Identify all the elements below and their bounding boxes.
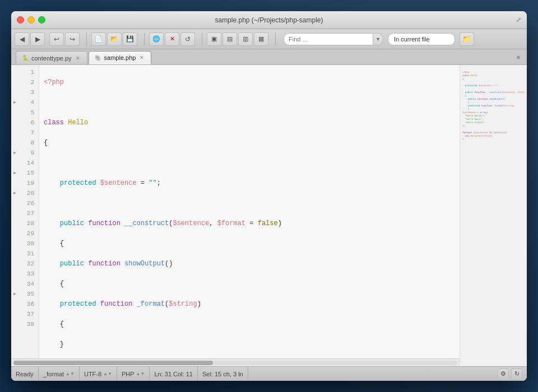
- search-dropdown-button[interactable]: ▾: [373, 33, 383, 45]
- search-input[interactable]: [284, 33, 373, 45]
- code-line-2: [44, 97, 455, 108]
- globe-button[interactable]: 🌐: [149, 32, 164, 46]
- ln-1: 1: [11, 67, 39, 77]
- ln-5: 5: [11, 108, 39, 118]
- code-content[interactable]: <?php class Hello { protected $sentence …: [39, 65, 460, 358]
- selection-label: Sel: 15 ch, 3 ln: [202, 371, 243, 377]
- separator-2: [144, 33, 145, 45]
- main-area: 1 2 3 ▶4 5 6 7 8 ▶9 14 ▶15 19 ▶20 26 27 …: [11, 65, 527, 366]
- stop-button[interactable]: ✕: [165, 32, 179, 46]
- ln-33: 33: [11, 269, 39, 279]
- view3-button[interactable]: ▥: [238, 32, 253, 46]
- view1-button[interactable]: ▣: [207, 32, 221, 46]
- close-button[interactable]: [17, 16, 24, 24]
- ln-9: ▶9: [11, 148, 39, 158]
- titlebar: sample.php (~/Projects/php-sample) ⤢: [11, 11, 527, 29]
- open-file-button[interactable]: 📂: [107, 32, 122, 46]
- scrollbar-thumb[interactable]: [13, 361, 213, 365]
- expand-icon[interactable]: ⤢: [516, 16, 521, 24]
- ln-37: 37: [11, 309, 39, 319]
- separator-4: [275, 33, 276, 45]
- code-line-9: {: [44, 239, 455, 249]
- view4-button[interactable]: ▦: [254, 32, 268, 46]
- tab-sample[interactable]: 🐘 sample.php ✕: [89, 51, 152, 64]
- language-arrow: ▲▼: [136, 371, 145, 376]
- ln-3: 3: [11, 87, 39, 97]
- status-function[interactable]: _format ▲▼: [39, 367, 80, 381]
- status-icons: ⚙ ↻: [498, 368, 522, 380]
- status-encoding[interactable]: UTF-8 ▲▼: [80, 367, 117, 381]
- toolbar: ◀ ▶ ↩ ↪ 📄 📂 💾 🌐 ✕ ↺ ▣ ▤ ▥ ▦ ▾: [11, 29, 527, 49]
- code-line-4: {: [44, 138, 455, 148]
- nav-group: ◀ ▶: [15, 32, 45, 46]
- ln-8: 8: [11, 138, 39, 148]
- code-line-6: protected $sentence = "";: [44, 178, 455, 188]
- tabs-bar: 🐍 contenttype.py ✕ 🐘 sample.php ✕ ≡: [11, 49, 527, 65]
- function-label: _format: [43, 371, 64, 377]
- refresh-button[interactable]: ↺: [180, 32, 195, 46]
- ln-35: ▶35: [11, 289, 39, 299]
- view-group: ▣ ▤ ▥ ▦: [207, 32, 268, 46]
- ln-34: 34: [11, 279, 39, 289]
- tabs-overflow-button[interactable]: ≡: [513, 52, 523, 62]
- ln-4: ▶4: [11, 97, 39, 108]
- code-line-5: [44, 158, 455, 168]
- forward-button[interactable]: ▶: [30, 32, 45, 46]
- minimize-button[interactable]: [27, 16, 35, 24]
- back-button[interactable]: ◀: [15, 32, 29, 46]
- ln-26: 26: [11, 198, 39, 208]
- tab-contenttype-label: contenttype.py: [31, 55, 72, 62]
- code-line-8: public function __construct($sentence, $…: [44, 218, 455, 228]
- code-area[interactable]: 1 2 3 ▶4 5 6 7 8 ▶9 14 ▶15 19 ▶20 26 27 …: [11, 65, 460, 358]
- history-group: ↩ ↪: [49, 32, 80, 46]
- window-title: sample.php (~/Projects/php-sample): [215, 16, 323, 24]
- code-line-1: <?php: [44, 77, 455, 87]
- ln-27: 27: [11, 208, 39, 218]
- tab-contenttype[interactable]: 🐍 contenttype.py ✕: [16, 51, 87, 64]
- minimap: <?php class Hello { protected $sentence …: [460, 65, 527, 366]
- ln-29: 29: [11, 228, 39, 239]
- encoding-selector[interactable]: UTF-8 ▲▼: [84, 371, 112, 377]
- ln-6: 6: [11, 118, 39, 128]
- position-label: Ln: 31 Col: 11: [154, 371, 193, 377]
- status-position: Ln: 31 Col: 11: [150, 367, 198, 381]
- view2-button[interactable]: ▤: [222, 32, 237, 46]
- ready-label: Ready: [16, 371, 34, 377]
- ln-15: ▶15: [11, 168, 39, 178]
- refresh-icon-button[interactable]: ↻: [511, 368, 522, 380]
- code-editor[interactable]: 1 2 3 ▶4 5 6 7 8 ▶9 14 ▶15 19 ▶20 26 27 …: [11, 65, 460, 366]
- horizontal-scrollbar[interactable]: [11, 358, 460, 366]
- code-line-15: {: [44, 279, 455, 289]
- tab-sample-close[interactable]: ✕: [138, 54, 145, 61]
- status-language[interactable]: PHP ▲▼: [117, 367, 150, 381]
- ln-28: 28: [11, 218, 39, 228]
- scope-label: In current file: [394, 36, 430, 43]
- new-file-button[interactable]: 📄: [91, 32, 106, 46]
- ln-36: 36: [11, 299, 39, 309]
- tab-contenttype-icon: 🐍: [22, 55, 29, 61]
- code-line-26: }: [44, 339, 455, 349]
- function-selector[interactable]: _format ▲▼: [43, 371, 75, 377]
- scope-selector[interactable]: In current file: [388, 33, 455, 45]
- search-box: ▾: [284, 33, 383, 45]
- browser-group: 🌐 ✕ ↺: [149, 32, 195, 46]
- status-selection: Sel: 15 ch, 3 ln: [198, 367, 248, 381]
- status-ready: Ready: [16, 367, 39, 381]
- maximize-button[interactable]: [38, 16, 45, 24]
- separator-1: [86, 33, 87, 45]
- code-line-20: {: [44, 319, 455, 329]
- tab-contenttype-close[interactable]: ✕: [75, 55, 81, 62]
- ln-14: 14: [11, 158, 39, 168]
- settings-icon-button[interactable]: ⚙: [498, 368, 509, 380]
- main-window: sample.php (~/Projects/php-sample) ⤢ ◀ ▶…: [11, 11, 527, 381]
- save-file-button[interactable]: 💾: [123, 32, 137, 46]
- minimap-content: <?php class Hello { protected $sentence …: [461, 66, 526, 146]
- encoding-arrow: ▲▼: [103, 371, 112, 376]
- language-selector[interactable]: PHP ▲▼: [122, 371, 145, 377]
- redo-button[interactable]: ↪: [65, 32, 80, 46]
- undo-button[interactable]: ↩: [49, 32, 64, 46]
- folder-button[interactable]: 📁: [460, 32, 474, 46]
- scrollbar-track[interactable]: [13, 361, 457, 365]
- encoding-label: UTF-8: [84, 371, 101, 377]
- ln-2: 2: [11, 77, 39, 87]
